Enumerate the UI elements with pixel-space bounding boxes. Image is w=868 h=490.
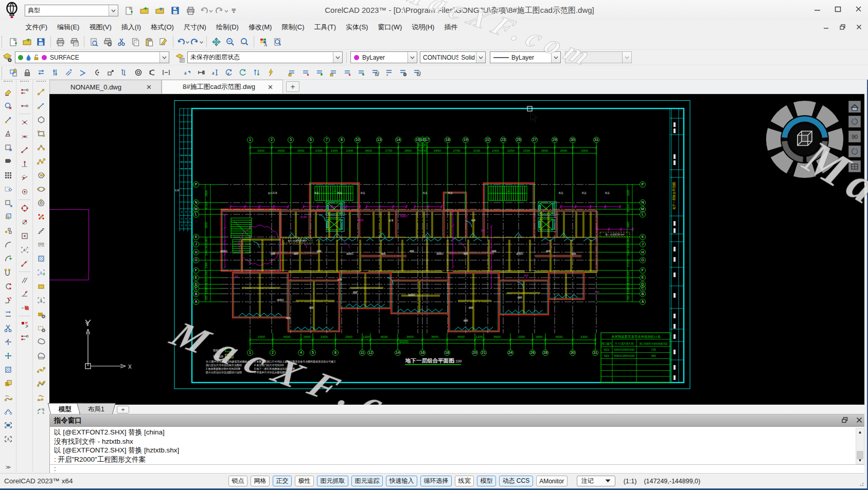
toggle-图元抓取[interactable]: 图元抓取	[317, 476, 348, 486]
toggle-极性[interactable]: 极性	[295, 476, 314, 486]
nav-home-button[interactable]	[848, 101, 861, 113]
constraint-cs10-button[interactable]	[131, 66, 145, 79]
menu-13[interactable]: 说明(H)	[407, 21, 439, 33]
tool-3-7[interactable]	[33, 168, 49, 182]
tool-1-25[interactable]	[0, 418, 16, 432]
open-tool-button[interactable]	[20, 35, 34, 48]
close-button[interactable]	[853, 3, 864, 14]
maximize-button[interactable]	[832, 3, 843, 14]
chevron-down-icon[interactable]	[333, 52, 342, 63]
tool-2-13[interactable]	[16, 257, 33, 270]
save-button[interactable]	[169, 5, 182, 17]
tool-1-22[interactable]	[0, 376, 16, 390]
pan-tool-button[interactable]	[209, 35, 223, 48]
matchprops-tool-button[interactable]	[156, 35, 170, 48]
tool-2-9[interactable]	[16, 201, 33, 215]
constraint-cs9-button[interactable]	[117, 66, 131, 79]
menu-9[interactable]: 限制(C)	[277, 21, 309, 33]
toggle-图元追踪[interactable]: 图元追踪	[351, 476, 383, 486]
paste-tool-button[interactable]	[143, 35, 156, 48]
document-tab-2[interactable]: 8#施工图cad示范图.dwg✕	[162, 80, 283, 94]
drawing-canvas[interactable]: ?????????????????? 123578101314151617181…	[49, 94, 864, 405]
menu-14[interactable]: 插件	[439, 21, 463, 33]
tool-2-5[interactable]	[16, 143, 33, 157]
constraint-cb1-button[interactable]	[285, 66, 298, 79]
add-layout-button[interactable]: ＋	[117, 406, 129, 413]
tool-2-8[interactable]	[16, 185, 33, 198]
constraint-cb6-button[interactable]	[354, 66, 368, 79]
open-button[interactable]	[138, 5, 151, 17]
constraint-cs2-button[interactable]	[20, 66, 34, 79]
constraint-cs4-button[interactable]	[48, 66, 62, 79]
tool-2-17[interactable]	[16, 317, 33, 331]
tool-1-10[interactable]	[0, 210, 16, 224]
printpre-tool-button[interactable]	[67, 35, 81, 48]
constraint-cb7-button[interactable]	[368, 66, 382, 79]
constraint-cb8-button[interactable]: x	[382, 66, 396, 79]
toggle-快速输入[interactable]: 快速输入	[386, 476, 417, 486]
tool-1-17[interactable]	[0, 307, 16, 321]
menu-1[interactable]: 文件(F)	[21, 21, 52, 33]
copy-tool-button[interactable]	[129, 35, 143, 48]
tool-1-24[interactable]	[0, 404, 16, 418]
toolbar-grip[interactable]	[2, 36, 5, 47]
tool-1-15[interactable]	[0, 279, 16, 293]
tool-3-17[interactable]	[33, 307, 49, 321]
toolbox-overflow-chevron[interactable]: ≫	[0, 464, 16, 470]
redo-tool-button[interactable]	[190, 35, 204, 48]
constraint-ca3-button[interactable]: a	[208, 66, 222, 79]
constraint-ca5-button[interactable]	[236, 66, 250, 79]
tool-2-6[interactable]	[16, 157, 33, 171]
tool-3-4[interactable]	[33, 126, 49, 140]
tool-2-14[interactable]	[16, 273, 33, 287]
minimize-button[interactable]	[811, 3, 823, 14]
constraint-cs6-button[interactable]	[76, 66, 90, 79]
tab-close-icon[interactable]: ✕	[265, 83, 275, 91]
find-tool-button[interactable]	[271, 35, 285, 48]
constraint-cb2-button[interactable]	[298, 66, 312, 79]
nav-look-button[interactable]	[848, 160, 861, 172]
tool-1-19[interactable]	[0, 335, 16, 349]
layer-state-icon[interactable]	[172, 51, 186, 64]
constraint-cb4-button[interactable]	[326, 66, 340, 79]
toggle-AMonitor[interactable]: AMonitor	[536, 476, 568, 486]
constraint-ca2-button[interactable]	[194, 66, 208, 79]
undo-tool-button[interactable]	[176, 35, 190, 48]
constraint-cb10-button[interactable]	[410, 66, 423, 79]
tool-3-15[interactable]	[33, 279, 49, 293]
chevron-down-icon[interactable]	[408, 52, 417, 63]
tool-3-19[interactable]	[33, 335, 49, 349]
toggle-锁点[interactable]: 锁点	[228, 476, 247, 486]
tool-1-16[interactable]	[0, 293, 16, 307]
tool-1-7[interactable]	[0, 168, 16, 182]
navigation-wheel[interactable]	[764, 98, 846, 180]
lineweight-combo[interactable]: ByLayer	[490, 51, 561, 63]
tool-3-13[interactable]	[33, 251, 49, 265]
tool-2-10[interactable]	[16, 215, 33, 229]
menu-6[interactable]: 尺寸(N)	[179, 21, 211, 33]
tool-2-15[interactable]	[16, 287, 33, 301]
tool-1-18[interactable]	[0, 321, 16, 335]
constraint-ca7-button[interactable]	[263, 66, 277, 79]
tool-1-3[interactable]	[0, 113, 16, 126]
tool-2-1[interactable]	[16, 85, 33, 99]
zoomback-tool-button[interactable]	[237, 35, 251, 48]
tool-1-9[interactable]	[0, 196, 16, 210]
command-scrollbar[interactable]: ▲ ▼	[856, 428, 864, 464]
tool-2-4[interactable]	[16, 129, 33, 143]
tool-3-14[interactable]: A	[33, 265, 49, 279]
color-combo[interactable]: ByLayer	[350, 51, 417, 63]
tool-3-12[interactable]	[33, 238, 49, 251]
tool-1-2[interactable]	[0, 99, 16, 113]
workspace-select[interactable]: 典型	[25, 5, 118, 16]
preview-tool-button[interactable]	[87, 35, 101, 48]
tool-3-11[interactable]	[33, 224, 49, 238]
command-history[interactable]: 以 [@EXTFONT2.SHX] 替换 [china] 没有找到文件 - hz…	[50, 427, 857, 464]
nav-rotate-cw-button[interactable]	[848, 146, 861, 157]
constraint-cs11-button[interactable]	[145, 66, 159, 79]
tool-3-20[interactable]	[33, 349, 49, 362]
nav-rotate-ccw-button[interactable]	[848, 116, 861, 128]
tool-2-7[interactable]	[16, 171, 33, 185]
constraint-cs1-button[interactable]	[6, 66, 20, 79]
palette-tool-button[interactable]: A	[257, 35, 271, 48]
